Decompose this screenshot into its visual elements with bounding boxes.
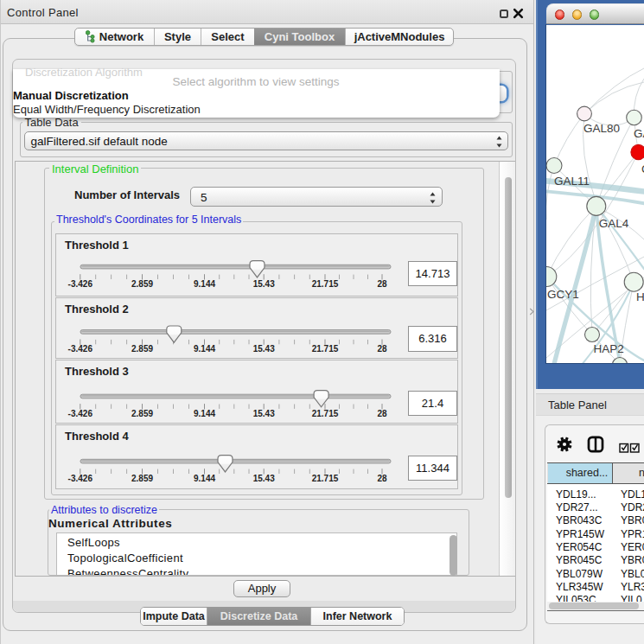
svg-text:GAL4: GAL4 (599, 217, 629, 230)
svg-text:GAL11: GAL11 (554, 175, 590, 188)
svg-text:HAP2: HAP2 (593, 342, 623, 355)
svg-text:H: H (636, 290, 644, 303)
svg-text:GCY1: GCY1 (547, 288, 579, 301)
svg-text:GA: GA (634, 127, 644, 140)
svg-text:GAL80: GAL80 (583, 122, 620, 135)
